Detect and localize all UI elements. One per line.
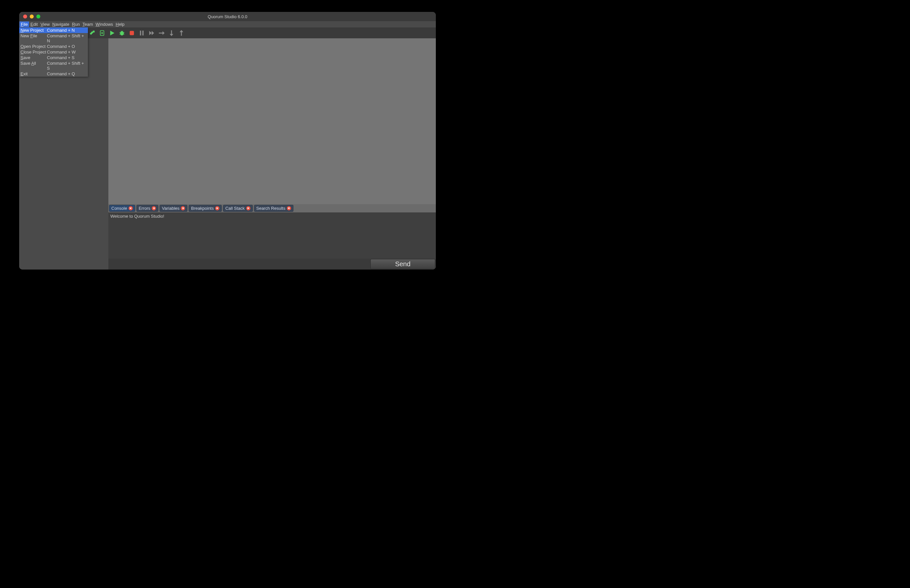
panel-tab-label: Variables xyxy=(162,206,179,211)
panel-tab-errors[interactable]: Errors✕ xyxy=(136,205,158,212)
menu-run[interactable]: Run xyxy=(71,21,81,27)
titlebar: Quorum Studio 6.0.0 xyxy=(19,12,436,21)
file-menu-dropdown: New ProjectCommand + NNew FileCommand + … xyxy=(19,27,88,77)
menu-help[interactable]: Help xyxy=(114,21,126,27)
close-icon[interactable]: ✕ xyxy=(181,206,185,210)
panel-tab-variables[interactable]: Variables✕ xyxy=(160,205,187,212)
panel-tab-label: Errors xyxy=(139,206,150,211)
play-icon[interactable] xyxy=(108,29,116,37)
close-icon[interactable]: ✕ xyxy=(129,206,133,210)
console-output: Welcome to Quorum Studio! xyxy=(108,212,436,258)
close-icon[interactable]: ✕ xyxy=(152,206,156,210)
maximize-window-button[interactable] xyxy=(36,15,40,18)
panel-tab-call-stack[interactable]: Call Stack✕ xyxy=(223,205,253,212)
minimize-window-button[interactable] xyxy=(30,15,34,18)
menubar: FileEditViewNavigateRunTeamWindowsHelp xyxy=(19,21,436,27)
close-icon[interactable]: ✕ xyxy=(246,206,251,210)
fast-forward-icon[interactable] xyxy=(148,29,155,37)
main-area: Console✕Errors✕Variables✕Breakpoints✕Cal… xyxy=(108,38,436,270)
panel-tab-search-results[interactable]: Search Results✕ xyxy=(254,205,293,212)
traffic-lights xyxy=(19,15,40,18)
step-out-icon[interactable] xyxy=(178,29,185,37)
svg-point-1 xyxy=(120,31,124,36)
menu-view[interactable]: View xyxy=(39,21,51,27)
svg-rect-3 xyxy=(140,31,141,36)
bottom-tab-strip: Console✕Errors✕Variables✕Breakpoints✕Cal… xyxy=(108,204,436,212)
send-button-label: Send xyxy=(395,260,411,268)
menu-edit[interactable]: Edit xyxy=(29,21,39,27)
send-button[interactable]: Send xyxy=(370,259,435,269)
pause-icon[interactable] xyxy=(138,29,145,37)
panel-tab-console[interactable]: Console✕ xyxy=(109,205,135,212)
file-menu-item[interactable]: New FileCommand + Shift + N xyxy=(19,33,88,44)
svg-rect-4 xyxy=(142,31,144,36)
stop-icon[interactable] xyxy=(128,29,136,37)
clean-icon[interactable] xyxy=(99,29,106,37)
hammer-icon[interactable] xyxy=(89,29,96,37)
panel-tab-label: Breakpoints xyxy=(191,206,214,211)
window-title: Quorum Studio 6.0.0 xyxy=(19,14,436,19)
menu-navigate[interactable]: Navigate xyxy=(51,21,70,27)
panel-tab-label: Call Stack xyxy=(225,206,245,211)
file-menu-item[interactable]: SaveCommand + S xyxy=(19,55,88,60)
console-text: Welcome to Quorum Studio! xyxy=(110,214,164,219)
close-window-button[interactable] xyxy=(23,15,27,18)
file-menu-item[interactable]: Close ProjectCommand + W xyxy=(19,49,88,55)
bug-icon[interactable] xyxy=(118,29,126,37)
close-icon[interactable]: ✕ xyxy=(287,206,291,210)
app-window: Quorum Studio 6.0.0 FileEditViewNavigate… xyxy=(19,12,436,270)
menu-windows[interactable]: Windows xyxy=(94,21,114,27)
panel-tab-breakpoints[interactable]: Breakpoints✕ xyxy=(189,205,222,212)
step-over-icon[interactable] xyxy=(158,29,165,37)
file-menu-item[interactable]: Save AllCommand + Shift + S xyxy=(19,60,88,71)
console-input[interactable] xyxy=(108,258,370,270)
svg-rect-2 xyxy=(130,31,134,35)
close-icon[interactable]: ✕ xyxy=(215,206,220,210)
panel-tab-label: Search Results xyxy=(256,206,286,211)
panel-tab-label: Console xyxy=(112,206,127,211)
send-row: Send xyxy=(108,258,436,270)
menu-team[interactable]: Team xyxy=(81,21,94,27)
file-menu-item[interactable]: New ProjectCommand + N xyxy=(19,27,88,33)
editor-area xyxy=(108,38,436,204)
menu-file[interactable]: File xyxy=(19,21,29,27)
file-menu-item[interactable]: ExitCommand + Q xyxy=(19,71,88,77)
file-menu-item[interactable]: Open ProjectCommand + O xyxy=(19,44,88,49)
step-into-icon[interactable] xyxy=(168,29,175,37)
